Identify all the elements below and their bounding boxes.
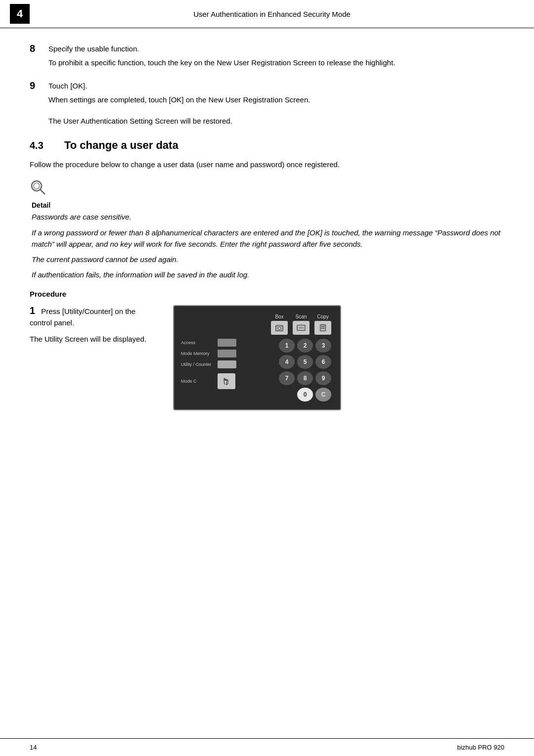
- svg-line-1: [40, 189, 45, 194]
- box-label: Box: [275, 314, 283, 319]
- panel-top-row: Box Scan: [181, 314, 333, 335]
- detail-label: Detail: [32, 201, 504, 209]
- scan-button-group: Scan: [293, 314, 310, 335]
- proc-step-1-number: 1: [30, 305, 35, 316]
- step-8-sub: To prohibit a specific function, touch t…: [48, 57, 504, 68]
- mode-memory-row: Mode Memory: [181, 350, 274, 357]
- svg-point-4: [278, 327, 280, 329]
- numpad-4[interactable]: 4: [279, 355, 295, 369]
- copy-button[interactable]: [314, 321, 331, 335]
- step-8-main: Specify the usable function.: [48, 43, 504, 54]
- access-label: Access: [181, 340, 215, 345]
- copy-label: Copy: [317, 314, 328, 319]
- footer-page-num: 14: [30, 744, 37, 751]
- proc-step-1-text: 1Press [Utility/Counter] on the control …: [30, 305, 158, 345]
- mode-memory-button[interactable]: [218, 350, 236, 357]
- numpad-9[interactable]: 9: [315, 371, 331, 385]
- copy-button-group: Copy: [314, 314, 331, 335]
- detail-note-2: The current password cannot be used agai…: [32, 254, 504, 265]
- svg-rect-10: [321, 326, 324, 327]
- numpad: 1 2 3 4 5 6 7 8 9 0 C: [279, 339, 331, 401]
- step-9-content: Touch [OK]. When settings are completed,…: [48, 80, 504, 108]
- numpad-clear[interactable]: C: [315, 388, 331, 401]
- numpad-6[interactable]: 6: [315, 355, 331, 369]
- access-row: Access: [181, 339, 274, 347]
- procedure-label: Procedure: [30, 290, 504, 298]
- numpad-2[interactable]: 2: [297, 339, 313, 353]
- panel-left-keys: Access Mode Memory Utility / Counter: [181, 339, 274, 389]
- step-8-content: Specify the usable function. To prohibit…: [48, 43, 504, 71]
- step-9-main: Touch [OK].: [48, 80, 504, 91]
- utility-counter-label: Utility / Counter: [181, 362, 215, 367]
- mode-memory-label: Mode Memory: [181, 351, 215, 356]
- step-8-number: 8: [30, 43, 48, 54]
- chapter-number: 4: [10, 4, 30, 24]
- mode-c-label: Mode C: [181, 379, 215, 384]
- mode-c-row: Mode C: [181, 373, 274, 389]
- detail-icon: [30, 179, 504, 200]
- detail-box: Detail Passwords are case sensitive. If …: [30, 179, 504, 280]
- control-panel-image: Box Scan: [173, 305, 341, 410]
- numpad-1[interactable]: 1: [279, 339, 295, 353]
- step-9: 9 Touch [OK]. When settings are complete…: [30, 80, 504, 108]
- mode-c-button[interactable]: [218, 373, 235, 389]
- numpad-0[interactable]: 0: [297, 388, 313, 401]
- detail-note-0: Passwords are case sensitive.: [32, 211, 504, 222]
- section-intro: Follow the procedure below to change a u…: [30, 159, 504, 170]
- utility-counter-button[interactable]: [218, 360, 236, 368]
- numpad-5[interactable]: 5: [297, 355, 313, 369]
- proc-step-1-sub: The Utility Screen will be displayed.: [30, 333, 158, 345]
- step-9-sub: When settings are completed, touch [OK] …: [48, 94, 504, 105]
- numpad-7[interactable]: 7: [279, 371, 295, 385]
- scan-button[interactable]: [293, 321, 310, 335]
- box-button[interactable]: [271, 321, 288, 335]
- numpad-3[interactable]: 3: [315, 339, 331, 353]
- proc-step-1-main: Press [Utility/Counter] on the control p…: [30, 307, 135, 327]
- section-number: 4.3: [30, 140, 64, 151]
- step-9-number: 9: [30, 80, 48, 91]
- page-header: 4 User Authentication in Enhanced Securi…: [0, 0, 534, 28]
- svg-rect-5: [278, 324, 280, 326]
- page-footer: 14 bizhub PRO 920: [0, 738, 534, 756]
- svg-rect-11: [321, 328, 324, 329]
- step-8: 8 Specify the usable function. To prohib…: [30, 43, 504, 71]
- footer-product: bizhub PRO 920: [457, 744, 504, 751]
- header-title: User Authentication in Enhanced Security…: [40, 10, 504, 18]
- scan-label: Scan: [296, 314, 307, 319]
- box-button-group: Box: [271, 314, 288, 335]
- svg-point-2: [34, 183, 40, 189]
- procedure-step-1: 1Press [Utility/Counter] on the control …: [30, 305, 504, 410]
- step-9-note: The User Authentication Setting Screen w…: [48, 117, 504, 125]
- section-heading: 4.3 To change a user data: [30, 139, 504, 152]
- numpad-8[interactable]: 8: [297, 371, 313, 385]
- main-content: 8 Specify the usable function. To prohib…: [0, 28, 534, 450]
- access-button[interactable]: [218, 339, 236, 347]
- svg-rect-8: [300, 324, 302, 325]
- utility-counter-row: Utility / Counter: [181, 360, 274, 368]
- step-9-note-text: The User Authentication Setting Screen w…: [48, 117, 504, 125]
- detail-note-1: If a wrong password or fewer than 8 alph…: [32, 227, 504, 250]
- section-title: To change a user data: [64, 139, 178, 152]
- panel-middle-section: Access Mode Memory Utility / Counter: [181, 339, 333, 401]
- detail-note-3: If authentication fails, the information…: [32, 269, 504, 280]
